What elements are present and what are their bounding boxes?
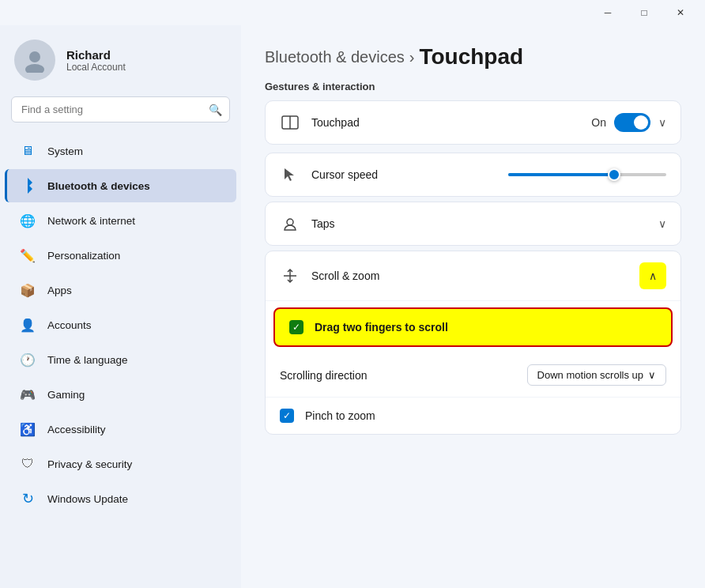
- touchpad-controls: On ∨: [591, 113, 666, 132]
- privacy-icon: 🛡: [19, 455, 36, 473]
- drag-two-fingers-checkbox[interactable]: ✓: [289, 320, 303, 334]
- update-icon: ↻: [19, 490, 36, 507]
- section-label: Gestures & interaction: [265, 81, 681, 92]
- taps-card: Taps ∨: [265, 202, 681, 246]
- touchpad-status: On: [591, 116, 606, 129]
- drag-two-fingers-row[interactable]: ✓ Drag two fingers to scroll: [273, 307, 673, 347]
- touchpad-chevron-icon[interactable]: ∨: [658, 116, 666, 129]
- gaming-icon: 🎮: [19, 386, 36, 403]
- sidebar-item-accounts[interactable]: 👤 Accounts: [5, 308, 236, 341]
- touchpad-label: Touchpad: [311, 116, 580, 129]
- cursor-speed-label: Cursor speed: [311, 168, 497, 181]
- taps-row[interactable]: Taps ∨: [266, 202, 680, 245]
- svg-point-0: [29, 51, 40, 62]
- sidebar-item-label: Bluetooth & devices: [47, 180, 150, 192]
- breadcrumb-parent: Bluetooth & devices: [265, 48, 405, 66]
- cursor-speed-row: Cursor speed: [266, 153, 680, 196]
- cursor-speed-slider[interactable]: [508, 173, 666, 176]
- time-icon: 🕐: [19, 351, 36, 368]
- system-icon: 🖥: [19, 142, 36, 160]
- search-icon: 🔍: [209, 104, 222, 116]
- sidebar-item-label: Apps: [47, 285, 72, 296]
- maximize-button[interactable]: □: [626, 0, 662, 25]
- slider-thumb[interactable]: [608, 168, 620, 181]
- scroll-zoom-chevron-button[interactable]: ∧: [639, 262, 666, 289]
- sidebar-item-system[interactable]: 🖥 System: [5, 134, 236, 168]
- cursor-speed-card: Cursor speed: [265, 153, 681, 197]
- avatar: [14, 40, 55, 81]
- sidebar-item-label: Windows Update: [47, 493, 128, 505]
- network-icon: 🌐: [19, 212, 36, 229]
- touchpad-row: Touchpad On ∨: [266, 101, 680, 144]
- svg-point-1: [25, 64, 44, 73]
- user-sub: Local Account: [66, 62, 126, 73]
- scroll-zoom-body: ✓ Drag two fingers to scroll Scrolling d…: [266, 307, 680, 434]
- scroll-zoom-header[interactable]: Scroll & zoom ∧: [266, 251, 680, 301]
- scroll-zoom-label: Scroll & zoom: [311, 270, 628, 282]
- sidebar-item-label: Time & language: [47, 354, 128, 366]
- breadcrumb: Bluetooth & devices › Touchpad: [265, 44, 681, 70]
- touchpad-card: Touchpad On ∨: [265, 100, 681, 145]
- slider-fill: [508, 173, 611, 176]
- close-button[interactable]: ✕: [662, 0, 699, 25]
- sidebar-item-time[interactable]: 🕐 Time & language: [5, 343, 236, 376]
- touchpad-toggle[interactable]: [614, 113, 650, 132]
- sidebar-item-network[interactable]: 🌐 Network & internet: [5, 204, 236, 237]
- breadcrumb-separator: ›: [409, 48, 415, 66]
- cursor-speed-control: [508, 173, 666, 176]
- bluetooth-icon: [19, 177, 36, 194]
- accessibility-icon: ♿: [19, 420, 36, 438]
- user-info: Richard Local Account: [66, 48, 126, 73]
- sidebar-item-label: Gaming: [47, 389, 85, 401]
- sidebar-item-bluetooth[interactable]: Bluetooth & devices: [5, 169, 236, 202]
- cursor-icon: [280, 164, 300, 185]
- titlebar: ─ □ ✕: [0, 0, 705, 25]
- sidebar-item-label: System: [47, 145, 83, 157]
- main-content: Bluetooth & devices › Touchpad Gestures …: [241, 25, 705, 588]
- pinch-to-zoom-row: ✓ Pinch to zoom: [266, 398, 680, 434]
- taps-label: Taps: [311, 217, 647, 230]
- scrolling-direction-dropdown[interactable]: Down motion scrolls up ∨: [527, 364, 666, 386]
- sidebar-item-label: Privacy & security: [47, 458, 132, 470]
- sidebar-item-label: Personalization: [47, 250, 120, 262]
- scroll-zoom-card: Scroll & zoom ∧ ✓ Drag two fingers to sc…: [265, 251, 681, 435]
- sidebar-item-update[interactable]: ↻ Windows Update: [5, 482, 236, 515]
- user-section: Richard Local Account: [0, 25, 241, 96]
- dropdown-chevron-icon: ∨: [648, 369, 656, 381]
- search-box[interactable]: 🔍: [11, 96, 230, 122]
- svg-point-4: [287, 219, 293, 225]
- pinch-to-zoom-checkbox[interactable]: ✓: [280, 409, 294, 423]
- sidebar-item-personalization[interactable]: ✏️ Personalization: [5, 239, 236, 272]
- scrolling-direction-value: Down motion scrolls up: [537, 369, 643, 381]
- user-name: Richard: [66, 48, 126, 62]
- touchpad-icon: [280, 112, 300, 133]
- sidebar-item-privacy[interactable]: 🛡 Privacy & security: [5, 447, 236, 481]
- sidebar-item-accessibility[interactable]: ♿ Accessibility: [5, 413, 236, 446]
- taps-chevron-icon[interactable]: ∨: [658, 217, 666, 230]
- breadcrumb-current: Touchpad: [419, 44, 523, 70]
- accounts-icon: 👤: [19, 316, 36, 334]
- sidebar-item-label: Accessibility: [47, 424, 106, 435]
- scrolling-direction-label: Scrolling direction: [280, 369, 516, 382]
- sidebar-item-label: Network & internet: [47, 215, 135, 227]
- sidebar-item-label: Accounts: [47, 319, 92, 331]
- search-input[interactable]: [11, 96, 230, 122]
- sidebar-item-apps[interactable]: 📦 Apps: [5, 273, 236, 307]
- apps-icon: 📦: [19, 281, 36, 299]
- personalization-icon: ✏️: [19, 247, 36, 264]
- drag-two-fingers-label: Drag two fingers to scroll: [315, 321, 657, 334]
- taps-icon: [280, 213, 300, 234]
- pinch-to-zoom-label: Pinch to zoom: [305, 409, 666, 422]
- minimize-button[interactable]: ─: [590, 0, 626, 25]
- sidebar-item-gaming[interactable]: 🎮 Gaming: [5, 378, 236, 411]
- sidebar: Richard Local Account 🔍 🖥 System Blueto: [0, 25, 241, 588]
- scrolling-direction-row: Scrolling direction Down motion scrolls …: [266, 353, 680, 398]
- scroll-zoom-icon: [280, 266, 300, 286]
